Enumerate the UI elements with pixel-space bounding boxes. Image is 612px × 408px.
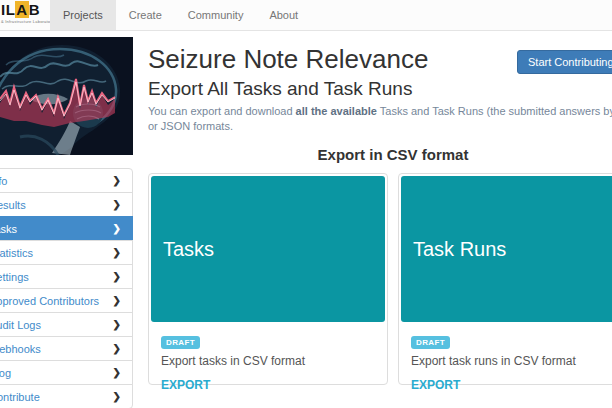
chevron-right-icon: ❯	[113, 241, 121, 265]
draft-status-badge: DRAFT	[411, 336, 450, 349]
chevron-right-icon: ❯	[113, 265, 121, 289]
start-contributing-button[interactable]: Start Contributing Now!	[517, 50, 612, 74]
tasks-card-title: Tasks	[163, 238, 214, 261]
sidebar-item-statistics[interactable]: Statistics ❯	[0, 240, 133, 265]
top-navbar: ILAB & Infrastructure Laboratory Project…	[0, 0, 612, 31]
chevron-right-icon: ❯	[113, 169, 121, 193]
csv-section-title: Export in CSV format	[148, 146, 612, 163]
sidebar-item-label: Info	[0, 175, 7, 187]
export-page-heading: Export All Tasks and Task Runs	[148, 78, 412, 100]
sidebar-item-info[interactable]: Info ❯	[0, 168, 133, 193]
sidebar-item-audit-logs[interactable]: Audit Logs ❯	[0, 312, 133, 337]
sidebar-item-contribute[interactable]: Contribute ❯	[0, 384, 133, 408]
sidebar-item-tasks[interactable]: Tasks ❯	[0, 216, 133, 241]
sidebar-item-webhooks[interactable]: Webhooks ❯	[0, 336, 133, 361]
task-runs-card-title: Task Runs	[413, 238, 506, 261]
export-cards-row: Tasks DRAFT Export tasks in CSV format E…	[148, 173, 612, 385]
sidebar-item-label: Statistics	[0, 247, 33, 259]
export-description: You can export and download all the avai…	[148, 104, 612, 134]
sidebar-item-label: Blog	[0, 367, 11, 379]
tasks-card-body: DRAFT Export tasks in CSV format EXPORT	[151, 322, 385, 393]
tasks-card-description: Export tasks in CSV format	[161, 354, 375, 368]
sidebar-item-label: Audit Logs	[0, 319, 41, 331]
nav-item-projects[interactable]: Projects	[50, 0, 116, 30]
sidebar-item-blog[interactable]: Blog ❯	[0, 360, 133, 385]
project-title: Seizure Note Relevance	[148, 44, 428, 75]
sidebar-item-approved-contributors[interactable]: Approved Contributors ❯	[0, 288, 133, 313]
sidebar-item-label: Contribute	[0, 391, 40, 403]
sidebar-item-label: Results	[0, 199, 26, 211]
chevron-right-icon: ❯	[113, 313, 121, 337]
task-runs-export-card: Task Runs DRAFT Export task runs in CSV …	[398, 173, 612, 385]
chevron-right-icon: ❯	[113, 193, 121, 217]
project-sidebar: Info ❯ Results ❯ Tasks ❯ Statistics ❯ Se…	[0, 168, 133, 408]
project-brain-mri-image	[0, 37, 133, 155]
chevron-right-icon: ❯	[113, 385, 121, 408]
task-runs-card-body: DRAFT Export task runs in CSV format EXP…	[401, 322, 612, 393]
chevron-right-icon: ❯	[113, 337, 121, 361]
sidebar-item-settings[interactable]: Settings ❯	[0, 264, 133, 289]
sidebar-item-label: Webhooks	[0, 343, 41, 355]
tasks-export-card: Tasks DRAFT Export tasks in CSV format E…	[148, 173, 388, 385]
draft-status-badge: DRAFT	[161, 336, 200, 349]
sidebar-item-label: Tasks	[0, 223, 17, 235]
tasks-export-link[interactable]: EXPORT	[161, 378, 210, 392]
chevron-right-icon: ❯	[113, 289, 121, 313]
navbar-menu: Projects Create Community About	[50, 0, 311, 30]
logo-tagline: & Infrastructure Laboratory	[1, 15, 54, 28]
sidebar-item-results[interactable]: Results ❯	[0, 192, 133, 217]
chevron-right-icon: ❯	[113, 361, 121, 385]
task-runs-card-description: Export task runs in CSV format	[411, 354, 612, 368]
nav-item-community[interactable]: Community	[175, 0, 257, 30]
task-runs-card-hero[interactable]: Task Runs	[401, 176, 612, 322]
sidebar-item-label: Settings	[0, 271, 29, 283]
task-runs-export-link[interactable]: EXPORT	[411, 378, 460, 392]
nav-item-about[interactable]: About	[256, 0, 311, 30]
app-logo[interactable]: ILAB & Infrastructure Laboratory	[1, 3, 54, 28]
sidebar-item-label: Approved Contributors	[0, 295, 99, 307]
tasks-card-hero[interactable]: Tasks	[151, 176, 385, 322]
chevron-right-icon: ❯	[113, 217, 121, 241]
nav-item-create[interactable]: Create	[116, 0, 175, 30]
